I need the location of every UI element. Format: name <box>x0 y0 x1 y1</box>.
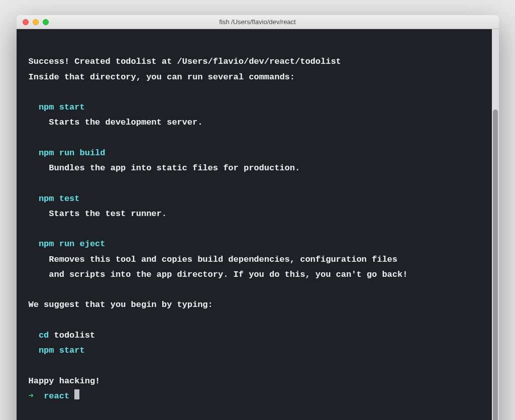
cd-target: todolist <box>54 331 95 340</box>
blank-line <box>29 282 480 297</box>
blank-line <box>29 85 480 100</box>
window-titlebar: fish /Users/flavio/dev/react <box>17 15 499 29</box>
terminal-body-wrapper: Success! Created todolist at /Users/flav… <box>17 29 499 420</box>
blank-line <box>29 358 480 373</box>
cd-command: cd <box>39 331 54 340</box>
output-line: Success! Created todolist at /Users/flav… <box>29 54 480 69</box>
output-line: Inside that directory, you can run sever… <box>29 70 480 85</box>
cursor-icon <box>74 389 79 399</box>
suggest-command: cd todolist <box>29 328 480 343</box>
blank-line <box>29 222 480 237</box>
blank-line <box>29 313 480 328</box>
blank-line <box>29 176 480 191</box>
output-line: We suggest that you begin by typing: <box>29 297 480 312</box>
window-title: fish /Users/flavio/dev/react <box>17 18 499 26</box>
command-desc: and scripts into the app directory. If y… <box>29 267 480 282</box>
close-icon[interactable] <box>23 19 29 25</box>
command-label: npm start <box>29 100 480 115</box>
command-label: npm test <box>29 191 480 206</box>
output-line: Happy hacking! <box>29 374 480 389</box>
maximize-icon[interactable] <box>43 19 49 25</box>
minimize-icon[interactable] <box>33 19 39 25</box>
scrollbar-track[interactable] <box>492 29 499 420</box>
prompt-dir: react <box>44 391 69 401</box>
command-desc: Bundles the app into static files for pr… <box>29 161 480 176</box>
scrollbar-thumb[interactable] <box>493 110 498 420</box>
terminal-body[interactable]: Success! Created todolist at /Users/flav… <box>17 29 492 420</box>
prompt-arrow-icon: ➜ <box>29 391 34 401</box>
command-desc: Starts the test runner. <box>29 206 480 222</box>
command-desc: Starts the development server. <box>29 115 480 130</box>
blank-line <box>29 131 480 146</box>
prompt-line[interactable]: ➜ react <box>29 389 480 404</box>
terminal-window: fish /Users/flavio/dev/react Success! Cr… <box>17 15 499 420</box>
suggest-command: npm start <box>29 343 480 358</box>
command-label: npm run eject <box>29 237 480 252</box>
command-label: npm run build <box>29 146 480 161</box>
traffic-lights <box>17 19 49 25</box>
command-desc: Removes this tool and copies build depen… <box>29 252 480 267</box>
